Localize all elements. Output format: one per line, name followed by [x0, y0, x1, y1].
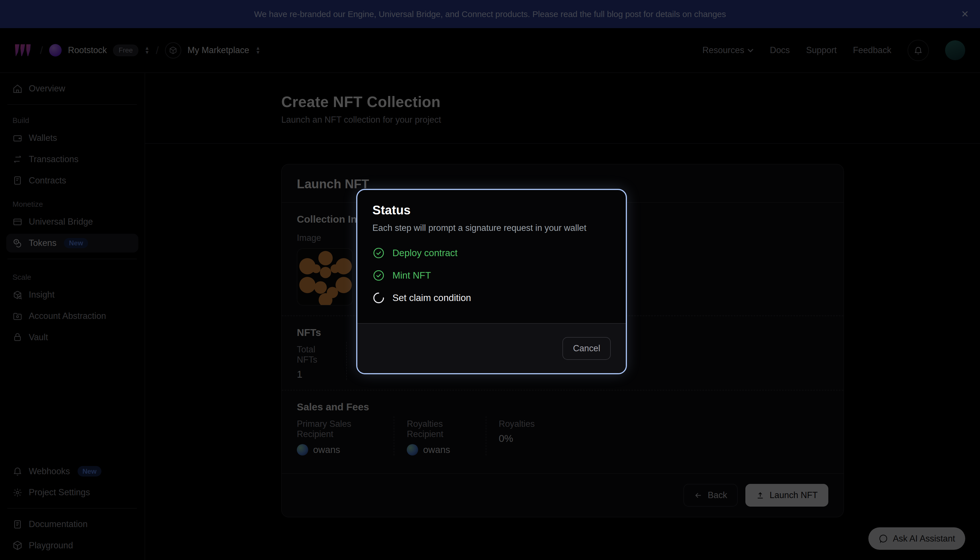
status-steps: Deploy contract Mint NFT Set claim condi…	[357, 233, 626, 309]
step-deploy-contract: Deploy contract	[372, 242, 611, 264]
check-circle-icon	[372, 269, 385, 282]
step-set-claim-condition: Set claim condition	[372, 287, 611, 309]
step-mint-nft: Mint NFT	[372, 264, 611, 287]
status-modal: Status Each step will prompt a signature…	[356, 189, 627, 375]
spinner-icon	[372, 292, 385, 304]
modal-subtitle: Each step will prompt a signature reques…	[357, 217, 626, 233]
check-circle-icon	[372, 247, 385, 259]
cancel-button[interactable]: Cancel	[562, 337, 611, 360]
modal-title: Status	[357, 190, 626, 217]
app-window: We have re-branded our Engine, Universal…	[0, 0, 980, 560]
modal-footer: Cancel	[357, 323, 626, 373]
